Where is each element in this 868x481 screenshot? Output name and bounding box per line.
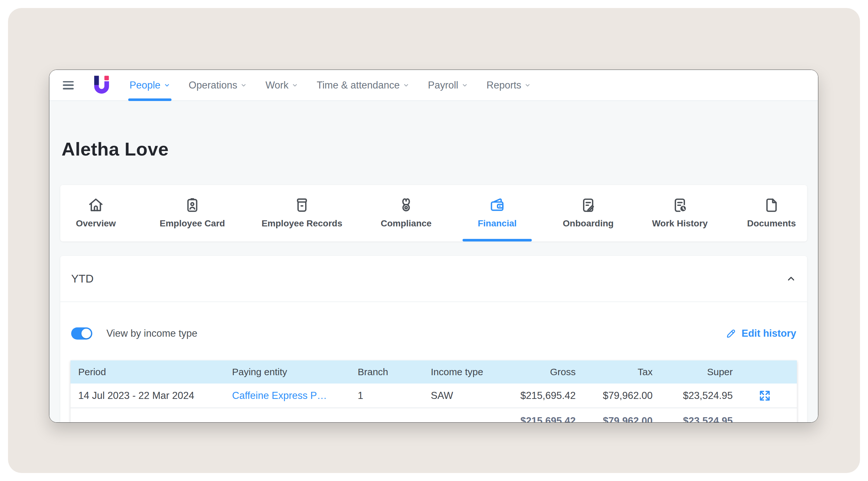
ytd-table-container: Period Paying entity Branch Income type …: [70, 360, 797, 423]
total-tax: $79,962.00: [576, 408, 653, 423]
tab-employee-card[interactable]: Employee Card: [160, 185, 225, 241]
tab-label: Overview: [76, 218, 116, 229]
wallet-icon: [489, 197, 505, 213]
total-gross: $215,695.42: [507, 408, 576, 423]
logo-u-icon: [94, 76, 110, 95]
edit-history-link[interactable]: Edit history: [725, 328, 796, 339]
nav-item-label: Payroll: [428, 80, 458, 91]
chevron-up-icon: [786, 273, 796, 284]
column-header-period: Period: [70, 360, 232, 384]
ytd-controls: View by income type Edit history: [60, 315, 807, 352]
nav-item-label: Operations: [189, 80, 238, 91]
expand-icon: [759, 390, 771, 402]
paying-entity-link[interactable]: Caffeine Express P…: [232, 390, 327, 401]
chevron-down-icon: [164, 82, 170, 89]
tab-financial[interactable]: Financial: [470, 185, 524, 241]
nav-item-label: People: [129, 80, 161, 91]
app-logo[interactable]: [94, 76, 110, 95]
nav-item-operations[interactable]: Operations: [189, 70, 247, 100]
cell-branch: 1: [358, 384, 431, 408]
clipboard-edit-icon: [580, 197, 596, 213]
totals-row: $215,695.42 $79,962.00 $23,524.95: [70, 408, 797, 423]
tab-label: Employee Records: [261, 218, 342, 229]
tab-label: Compliance: [381, 218, 432, 229]
cell-period: 14 Jul 2023 - 22 Mar 2024: [70, 384, 232, 408]
tab-compliance[interactable]: Compliance: [379, 185, 433, 241]
ytd-table: Period Paying entity Branch Income type …: [70, 360, 797, 423]
ytd-section-title: YTD: [71, 272, 94, 285]
chevron-down-icon: [240, 82, 247, 89]
nav-item-label: Reports: [487, 80, 522, 91]
id-card-icon: [184, 197, 200, 213]
tab-documents[interactable]: Documents: [744, 185, 799, 241]
chevron-down-icon: [524, 82, 531, 89]
content-area: Aletha Love Overview: [49, 101, 818, 422]
chevron-down-icon: [462, 82, 468, 89]
view-by-income-type-toggle[interactable]: [71, 327, 92, 339]
page-title: Aletha Love: [62, 138, 168, 160]
archive-icon: [294, 197, 310, 213]
file-icon: [764, 197, 779, 213]
tab-employee-records[interactable]: Employee Records: [261, 185, 342, 241]
nav-item-people[interactable]: People: [129, 70, 170, 100]
totals-empty: [70, 408, 507, 423]
toggle-knob: [82, 329, 91, 338]
medal-icon: [398, 197, 414, 213]
cell-actions: [733, 384, 797, 408]
column-header-paying-entity: Paying entity: [232, 360, 358, 384]
cell-super: $23,524.95: [653, 384, 733, 408]
tab-work-history[interactable]: Work History: [652, 185, 708, 241]
tab-label: Work History: [652, 218, 708, 229]
home-icon: [88, 197, 104, 213]
chevron-down-icon: [292, 82, 298, 89]
tab-label: Onboarding: [563, 218, 614, 229]
total-super: $23,524.95: [653, 408, 733, 423]
column-header-super: Super: [653, 360, 733, 384]
nav-item-time-attendance[interactable]: Time & attendance: [317, 70, 409, 100]
nav-item-reports[interactable]: Reports: [487, 70, 531, 100]
document-clock-icon: [672, 197, 688, 213]
totals-actions-empty: [733, 408, 797, 423]
chevron-down-icon: [403, 82, 409, 89]
page-background: People Operations Work Time & attendance: [8, 8, 860, 473]
profile-tabs: Overview Employee Card: [60, 185, 807, 241]
pencil-icon: [725, 328, 736, 339]
column-header-actions: [733, 360, 797, 384]
tab-onboarding[interactable]: Onboarding: [561, 185, 615, 241]
cell-gross: $215,695.42: [507, 384, 576, 408]
nav-item-label: Work: [266, 80, 288, 91]
hamburger-menu-button[interactable]: [63, 81, 74, 89]
app-window: People Operations Work Time & attendance: [49, 69, 818, 423]
nav-item-label: Time & attendance: [317, 80, 400, 91]
nav-item-work[interactable]: Work: [266, 70, 298, 100]
main-menu: People Operations Work Time & attendance: [129, 70, 531, 100]
table-row: 14 Jul 2023 - 22 Mar 2024 Caffeine Expre…: [70, 384, 797, 408]
tab-label: Financial: [477, 218, 516, 229]
tab-label: Documents: [747, 218, 796, 229]
top-nav: People Operations Work Time & attendance: [49, 70, 818, 101]
ytd-panel-header: YTD: [60, 256, 807, 302]
tab-overview[interactable]: Overview: [69, 185, 123, 241]
toggle-label: View by income type: [106, 328, 197, 339]
cell-paying-entity: Caffeine Express P…: [232, 384, 358, 408]
edit-history-label: Edit history: [741, 328, 796, 339]
collapse-section-button[interactable]: [786, 273, 796, 284]
ytd-panel: YTD View by income type: [60, 256, 807, 422]
column-header-tax: Tax: [576, 360, 653, 384]
cell-income-type: SAW: [431, 384, 507, 408]
expand-row-button[interactable]: [759, 390, 771, 402]
active-tab-underline: [463, 239, 532, 241]
active-nav-underline: [128, 98, 172, 101]
tab-label: Employee Card: [160, 218, 225, 229]
nav-item-payroll[interactable]: Payroll: [428, 70, 468, 100]
table-header-row: Period Paying entity Branch Income type …: [70, 360, 797, 384]
column-header-branch: Branch: [358, 360, 431, 384]
column-header-gross: Gross: [507, 360, 576, 384]
column-header-income-type: Income type: [431, 360, 507, 384]
cell-tax: $79,962.00: [576, 384, 653, 408]
